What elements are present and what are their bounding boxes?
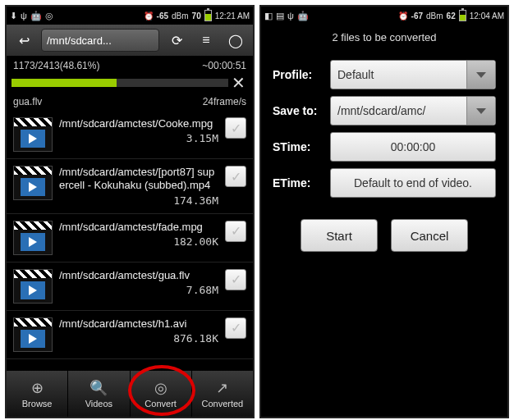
status-bar: ◧ ▤ ψ 🤖 ⏰ -67 dBm 62 12:04 AM (261, 7, 507, 25)
app-icon: ◎ (45, 11, 53, 21)
clock: 12:04 AM (470, 11, 504, 21)
alarm-icon: ⏰ (144, 11, 154, 21)
file-checkbox[interactable]: ✓ (225, 117, 246, 139)
android-icon: 🤖 (297, 11, 309, 21)
signal-unit: dBm (172, 11, 189, 21)
cancel-progress-button[interactable]: ✕ (228, 73, 248, 93)
progress-header: 1173/2413(48.61%) ~00:00:51 (7, 57, 253, 73)
list-item[interactable]: /mnt/sdcard/amctest/gua.flv7.68M✓ (7, 262, 253, 311)
file-path: /mnt/sdcard/amctest/[port87] supercell -… (59, 166, 218, 193)
battery-icon (204, 10, 212, 21)
list-item[interactable]: /mnt/sdcard/amctest/[port87] supercell -… (7, 159, 253, 214)
progress-rate: 24frame/s (203, 96, 246, 107)
file-path: /mnt/sdcard/amctest/fade.mpg (59, 221, 218, 234)
status-bar: ⬇ ψ 🤖 ◎ ⏰ -65 dBm 70 12:21 AM (7, 7, 253, 25)
stime-field[interactable]: 00:00:00 (330, 132, 496, 162)
cancel-button[interactable]: Cancel (391, 219, 468, 252)
etime-field[interactable]: Default to end of video. (330, 168, 496, 198)
list-item[interactable]: /mnt/sdcard/amctest/h1.avi876.18K✓ (7, 311, 253, 359)
progress-subrow: gua.flv 24frame/s (7, 96, 253, 111)
select-all-button[interactable]: ◯ (223, 29, 248, 52)
etime-value: Default to end of video. (354, 176, 472, 189)
file-checkbox[interactable]: ✓ (225, 317, 246, 339)
nav-browse[interactable]: ⊕ Browse (7, 371, 68, 417)
start-button[interactable]: Start (301, 219, 378, 252)
file-size: 3.15M (59, 132, 218, 144)
video-thumb (13, 317, 53, 352)
file-path: /mnt/sdcard/amctest/gua.flv (59, 269, 218, 282)
browse-icon: ⊕ (28, 379, 46, 397)
signal-strength: -65 (157, 11, 168, 21)
search-icon: 🔍 (89, 379, 108, 397)
nav-videos[interactable]: 🔍 Videos (68, 371, 130, 417)
nav-convert[interactable]: ◎ Convert (131, 371, 192, 417)
chevron-down-icon (466, 61, 495, 89)
file-list: /mnt/sdcard/amctest/Cooke.mpg3.15M✓/mnt/… (7, 111, 253, 359)
convert-icon: ◎ (152, 379, 170, 397)
etime-label: ETime: (273, 176, 324, 189)
convert-form: Profile: Default Save to: /mnt/sdcard/am… (261, 50, 507, 255)
saveto-select[interactable]: /mnt/sdcard/amc/ (330, 96, 496, 126)
progress-eta: ~00:00:51 (202, 60, 246, 71)
progress-bar (11, 79, 228, 87)
stime-value: 00:00:00 (391, 140, 436, 153)
file-checkbox[interactable]: ✓ (225, 221, 246, 242)
video-thumb (13, 221, 53, 255)
video-thumb (13, 269, 53, 304)
android-icon: 🤖 (30, 11, 42, 21)
chevron-down-icon (466, 97, 495, 125)
sd-icon: ▤ (276, 11, 284, 21)
usb-icon: ψ (287, 11, 294, 21)
usb-icon: ψ (21, 11, 27, 21)
profile-label: Profile: (273, 68, 324, 81)
battery-percent: 62 (447, 11, 456, 21)
file-size: 876.18K (59, 332, 218, 345)
stime-label: STime: (273, 140, 324, 153)
nav-label: Convert (145, 399, 177, 409)
alarm-icon: ⏰ (398, 11, 408, 21)
dialog-header: 2 files to be converted (261, 25, 507, 50)
nav-label: Browse (22, 399, 53, 409)
battery-icon (459, 10, 466, 21)
file-size: 174.36M (59, 194, 218, 207)
progress-file: gua.flv (13, 96, 42, 107)
video-thumb (13, 166, 53, 200)
file-size: 7.68M (59, 284, 218, 296)
toolbar: ↩ /mnt/sdcard... ⟳ ≡ ◯ (7, 25, 253, 57)
file-path: /mnt/sdcard/amctest/Cooke.mpg (59, 117, 218, 130)
nav-label: Converted (201, 399, 243, 409)
path-chip[interactable]: /mnt/sdcard... (41, 29, 159, 52)
list-item[interactable]: /mnt/sdcard/amctest/fade.mpg182.00K✓ (7, 214, 253, 262)
battery-percent: 70 (192, 11, 201, 21)
bottom-nav: ⊕ Browse 🔍 Videos ◎ Convert ↗ Converted (7, 371, 253, 417)
file-path: /mnt/sdcard/amctest/h1.avi (59, 317, 218, 331)
file-checkbox[interactable]: ✓ (225, 269, 246, 290)
progress-count: 1173/2413(48.61%) (13, 60, 99, 71)
signal-unit: dBm (426, 11, 443, 21)
notif-icon: ⬇ (10, 11, 17, 21)
bookmark-icon: ◧ (264, 11, 273, 21)
back-button[interactable]: ↩ (11, 29, 36, 52)
signal-strength: -67 (411, 11, 423, 21)
list-item[interactable]: /mnt/sdcard/amctest/Cooke.mpg3.15M✓ (7, 111, 253, 159)
clock: 12:21 AM (215, 11, 250, 21)
menu-button[interactable]: ≡ (194, 29, 218, 52)
saveto-value: /mnt/sdcard/amc/ (337, 104, 425, 117)
profile-select[interactable]: Default (330, 60, 496, 89)
profile-value: Default (337, 68, 374, 81)
file-checkbox[interactable]: ✓ (225, 166, 246, 187)
refresh-button[interactable]: ⟳ (164, 29, 189, 52)
nav-converted[interactable]: ↗ Converted (192, 371, 253, 417)
saveto-label: Save to: (273, 104, 324, 117)
file-size: 182.00K (59, 235, 218, 248)
share-icon: ↗ (213, 379, 232, 397)
video-thumb (13, 117, 53, 152)
nav-label: Videos (85, 399, 112, 409)
